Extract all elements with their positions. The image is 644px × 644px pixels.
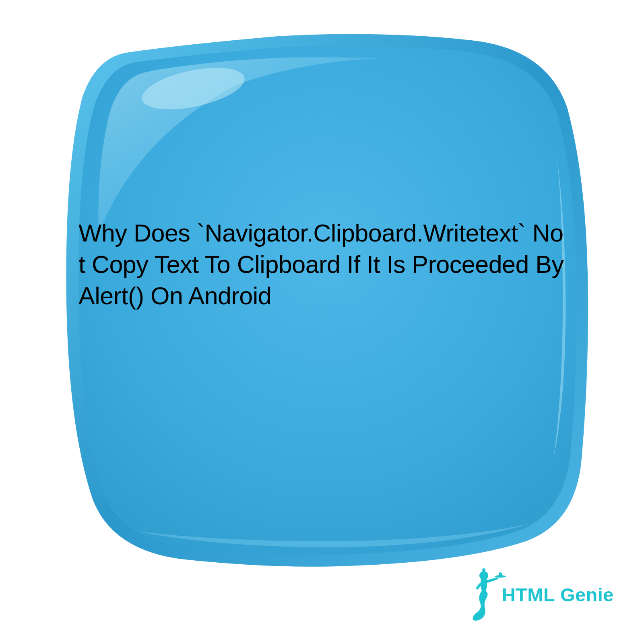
- svg-point-2: [482, 568, 485, 572]
- logo-text: HTML Genie: [502, 584, 614, 606]
- logo: HTML Genie: [466, 568, 614, 622]
- svg-point-1: [479, 571, 488, 580]
- heading-text: Why Does `Navigator.Clipboard.Writetext`…: [78, 217, 566, 312]
